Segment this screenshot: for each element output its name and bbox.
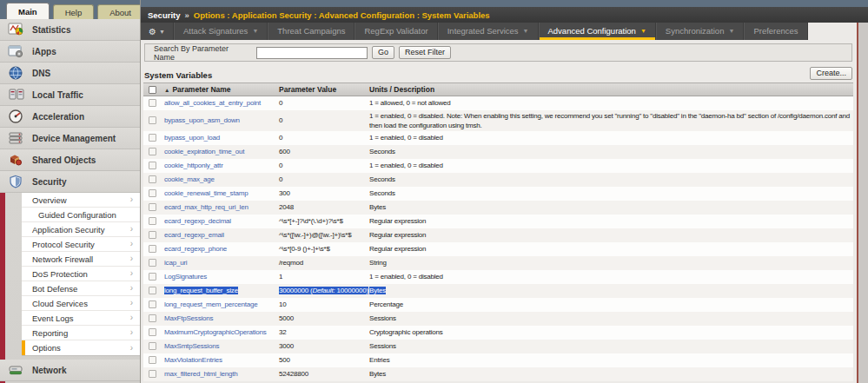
parameter-name-link[interactable]: ecard_regexp_phone xyxy=(164,245,227,253)
row-checkbox-cell xyxy=(143,242,161,256)
column-header-parameter-name[interactable]: ▲Parameter Name xyxy=(161,83,275,96)
parameter-name-link[interactable]: MaxFtpSessions xyxy=(164,314,213,322)
sidebar-tab-about[interactable]: About xyxy=(97,4,143,19)
sidebar-nav-bottom: Network xyxy=(0,360,140,381)
menu-gear-button[interactable]: ⚙ ▼ xyxy=(141,23,174,40)
submenu-item-application-security[interactable]: Application Security› xyxy=(22,222,140,237)
parameter-name-link[interactable]: LogSignatures xyxy=(164,273,207,281)
tab-advanced-configuration[interactable]: Advanced Configuration▼ xyxy=(539,23,656,40)
parameter-name-link[interactable]: MaxViolationEntries xyxy=(164,356,222,364)
reset-filter-button[interactable]: Reset Filter xyxy=(399,46,451,59)
row-checkbox[interactable] xyxy=(149,356,156,364)
submenu-item-bot-defense[interactable]: Bot Defense› xyxy=(22,281,140,296)
tab-attack-signatures[interactable]: Attack Signatures▼ xyxy=(174,23,268,40)
row-checkbox[interactable] xyxy=(149,245,156,253)
submenu-item-overview[interactable]: Overview› xyxy=(22,193,140,208)
tab-regexp-validator[interactable]: RegExp Validator xyxy=(354,23,437,40)
tab-preferences[interactable]: Preferences xyxy=(744,23,807,40)
parameter-name-link[interactable]: icap_uri xyxy=(164,259,187,267)
select-all-checkbox[interactable] xyxy=(149,86,156,94)
table-title-row: System Variables Create... xyxy=(144,66,852,80)
row-checkbox[interactable] xyxy=(149,116,156,124)
breadcrumb-section[interactable]: Security xyxy=(148,10,181,20)
parameter-name-cell: long_request_mem_percentage xyxy=(161,298,275,312)
row-checkbox[interactable] xyxy=(149,342,156,350)
submenu-item-reporting[interactable]: Reporting› xyxy=(22,326,140,340)
parameter-name-link[interactable]: ecard_regexp_email xyxy=(164,231,224,239)
search-input[interactable] xyxy=(256,47,368,59)
row-checkbox[interactable] xyxy=(149,231,156,239)
parameter-name-link[interactable]: allow_all_cookies_at_entry_point xyxy=(164,99,261,107)
sidebar-tab-help[interactable]: Help xyxy=(53,4,95,19)
parameter-name-link[interactable]: ecard_regexp_decimal xyxy=(164,217,231,225)
breadcrumb-path[interactable]: Options : Application Security : Advance… xyxy=(194,10,490,20)
go-button[interactable]: Go xyxy=(372,46,394,59)
sidebar-item-acceleration[interactable]: Acceleration xyxy=(0,106,140,128)
sidebar-item-dns[interactable]: DNS xyxy=(0,63,140,84)
parameter-name-link[interactable]: max_filtered_html_length xyxy=(164,370,238,378)
tab-integrated-services[interactable]: Integrated Services▼ xyxy=(438,23,539,40)
parameter-name-link[interactable]: cookie_httponly_attr xyxy=(164,162,223,169)
row-checkbox[interactable] xyxy=(149,203,156,211)
row-checkbox[interactable] xyxy=(149,370,156,378)
row-checkbox[interactable] xyxy=(149,175,156,183)
row-checkbox[interactable] xyxy=(149,148,156,155)
sidebar-item-iapps[interactable]: iApps xyxy=(0,41,140,63)
parameter-name-link[interactable]: MaximumCryptographicOperations xyxy=(164,328,267,336)
row-checkbox[interactable] xyxy=(149,134,156,142)
sidebar-item-local-traffic[interactable]: Local Traffic xyxy=(0,84,140,106)
sidebar-item-statistics[interactable]: Statistics xyxy=(0,19,140,41)
row-checkbox-cell xyxy=(143,159,161,173)
parameter-name-link[interactable]: MaxSmtpSessions xyxy=(164,342,219,350)
breadcrumb-separator: » xyxy=(185,10,189,20)
row-checkbox[interactable] xyxy=(149,99,156,107)
submenu-item-guided-configuration[interactable]: Guided Configuration xyxy=(22,208,140,222)
parameter-name-link[interactable]: bypass_upon_load xyxy=(164,134,220,142)
row-checkbox[interactable] xyxy=(149,287,156,294)
submenu-item-options[interactable]: Options› xyxy=(22,340,140,355)
chevron-right-icon: › xyxy=(130,299,133,307)
sidebar-item-device-management[interactable]: Device Management xyxy=(0,128,140,149)
row-checkbox[interactable] xyxy=(149,314,156,322)
submenu-item-event-logs[interactable]: Event Logs› xyxy=(22,311,140,326)
row-checkbox[interactable] xyxy=(149,300,156,308)
table-row: max_filtered_html_length52428800Bytes xyxy=(143,367,853,381)
table-row: cookie_httponly_attr01 = enabled, 0 = di… xyxy=(143,159,853,173)
parameter-value-cell: 300 xyxy=(275,187,366,201)
sidebar-item-network[interactable]: Network xyxy=(0,360,140,381)
tab-threat-campaigns[interactable]: Threat Campaigns xyxy=(268,23,354,40)
parameter-name-link[interactable]: cookie_renewal_time_stamp xyxy=(164,189,248,197)
tab-bar: ⚙ ▼ Attack Signatures▼Threat CampaignsRe… xyxy=(141,23,808,40)
submenu-item-protocol-security[interactable]: Protocol Security› xyxy=(22,237,140,252)
sidebar-item-security[interactable]: Security xyxy=(0,171,140,193)
parameter-name-cell: allow_all_cookies_at_entry_point xyxy=(161,96,275,110)
submenu-item-cloud-services[interactable]: Cloud Services› xyxy=(22,296,140,311)
row-checkbox[interactable] xyxy=(149,328,156,336)
create-button[interactable]: Create... xyxy=(810,67,852,80)
sort-ascending-icon: ▲ xyxy=(164,87,169,93)
row-checkbox[interactable] xyxy=(149,259,156,267)
parameter-name-link[interactable]: cookie_expiration_time_out xyxy=(164,148,244,155)
parameter-name-link[interactable]: cookie_max_age xyxy=(164,175,215,183)
table-row: long_request_buffer_size30000000 (Defaul… xyxy=(143,284,853,298)
row-checkbox[interactable] xyxy=(149,273,156,281)
parameter-name-cell: cookie_expiration_time_out xyxy=(161,145,275,159)
sidebar-item-shared-objects[interactable]: Shared Objects xyxy=(0,149,140,171)
row-checkbox[interactable] xyxy=(149,189,156,197)
parameter-name-link[interactable]: long_request_buffer_size xyxy=(164,287,238,294)
row-checkbox[interactable] xyxy=(149,162,156,169)
row-checkbox[interactable] xyxy=(149,217,156,225)
tab-synchronization[interactable]: Synchronization▼ xyxy=(656,23,745,40)
parameter-value-cell: 500 xyxy=(275,353,366,367)
sidebar-tab-main[interactable]: Main xyxy=(6,3,50,19)
row-checkbox-cell xyxy=(143,340,161,353)
submenu-item-network-firewall[interactable]: Network Firewall› xyxy=(22,252,140,267)
parameter-value-cell: ^\s*[0-9 ()+-]+\s*$ xyxy=(275,242,366,256)
parameter-name-link[interactable]: long_request_mem_percentage xyxy=(164,300,258,308)
table-row: cookie_max_age0Seconds xyxy=(143,173,853,187)
parameter-name-link[interactable]: bypass_upon_asm_down xyxy=(164,116,240,124)
parameter-value-cell: 0 xyxy=(275,131,366,145)
parameter-name-link[interactable]: ecard_max_http_req_uri_len xyxy=(164,203,248,211)
submenu-item-dos-protection[interactable]: DoS Protection› xyxy=(22,267,140,281)
right-edge-scroll-track[interactable] xyxy=(857,23,868,383)
